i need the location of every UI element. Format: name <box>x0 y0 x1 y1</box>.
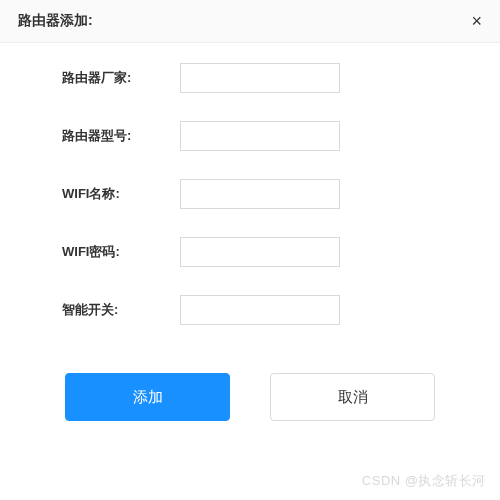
form-row-wifi-name: WIFI名称: <box>30 179 470 209</box>
input-wifi-name[interactable] <box>180 179 340 209</box>
cancel-button[interactable]: 取消 <box>270 373 435 421</box>
input-smart-switch[interactable] <box>180 295 340 325</box>
close-icon[interactable]: × <box>471 12 482 30</box>
form-row-model: 路由器型号: <box>30 121 470 151</box>
label-model: 路由器型号: <box>30 127 180 145</box>
form-row-smart-switch: 智能开关: <box>30 295 470 325</box>
form-row-wifi-password: WIFI密码: <box>30 237 470 267</box>
dialog-header: 路由器添加: × <box>0 0 500 43</box>
form-row-manufacturer: 路由器厂家: <box>30 63 470 93</box>
label-manufacturer: 路由器厂家: <box>30 69 180 87</box>
label-smart-switch: 智能开关: <box>30 301 180 319</box>
input-model[interactable] <box>180 121 340 151</box>
input-wifi-password[interactable] <box>180 237 340 267</box>
label-wifi-password: WIFI密码: <box>30 243 180 261</box>
watermark: CSDN @执念斩长河 <box>362 472 486 490</box>
button-row: 添加 取消 <box>30 353 470 441</box>
dialog-title: 路由器添加: <box>18 12 93 30</box>
form-body: 路由器厂家: 路由器型号: WIFI名称: WIFI密码: 智能开关: 添加 取… <box>0 43 500 451</box>
add-button[interactable]: 添加 <box>65 373 230 421</box>
label-wifi-name: WIFI名称: <box>30 185 180 203</box>
input-manufacturer[interactable] <box>180 63 340 93</box>
